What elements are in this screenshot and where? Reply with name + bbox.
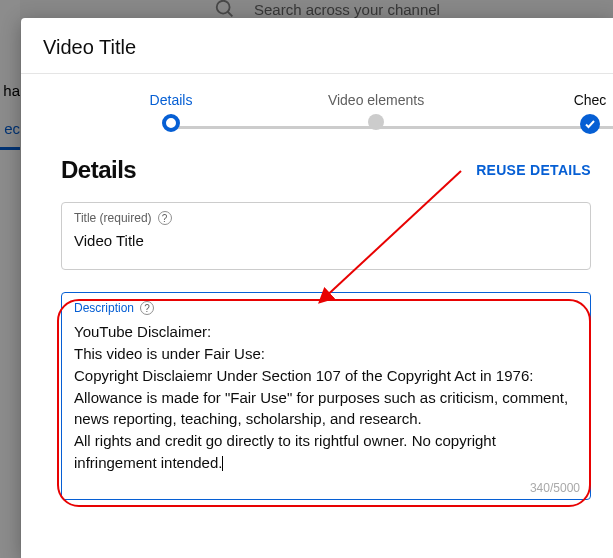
text-caret	[222, 456, 223, 471]
description-field-label-row: Description ?	[74, 301, 578, 315]
step-checks-dot	[580, 114, 600, 134]
step-video-elements-label: Video elements	[321, 92, 431, 108]
step-checks[interactable]: Chec	[567, 92, 613, 134]
title-field-label: Title (required)	[74, 211, 152, 225]
title-input[interactable]: Video Title	[74, 231, 578, 251]
description-counter: 340/5000	[530, 481, 580, 495]
description-field[interactable]: Description ? YouTube Disclaimer: This v…	[61, 292, 591, 500]
check-icon	[584, 118, 596, 130]
reuse-details-button[interactable]: REUSE DETAILS	[476, 162, 591, 178]
dialog-content: Details REUSE DETAILS Title (required) ?…	[21, 136, 613, 558]
description-textarea[interactable]: YouTube Disclaimer: This video is under …	[74, 321, 578, 481]
step-video-elements[interactable]: Video elements	[321, 92, 431, 130]
description-text-content: YouTube Disclaimer: This video is under …	[74, 323, 572, 471]
description-field-label: Description	[74, 301, 134, 315]
step-details-label: Details	[141, 92, 201, 108]
step-video-elements-dot	[368, 114, 384, 130]
help-icon[interactable]: ?	[140, 301, 154, 315]
dialog-title: Video Title	[21, 18, 613, 74]
step-details-dot	[162, 114, 180, 132]
title-field-label-row: Title (required) ?	[74, 211, 578, 225]
upload-dialog: Video Title Details Video elements Chec …	[21, 18, 613, 558]
title-field[interactable]: Title (required) ? Video Title	[61, 202, 591, 270]
step-checks-label: Chec	[567, 92, 613, 108]
details-heading: Details	[61, 156, 136, 184]
help-icon[interactable]: ?	[158, 211, 172, 225]
step-details[interactable]: Details	[141, 92, 201, 132]
details-section-header: Details REUSE DETAILS	[61, 156, 591, 184]
stepper: Details Video elements Chec	[21, 74, 613, 136]
